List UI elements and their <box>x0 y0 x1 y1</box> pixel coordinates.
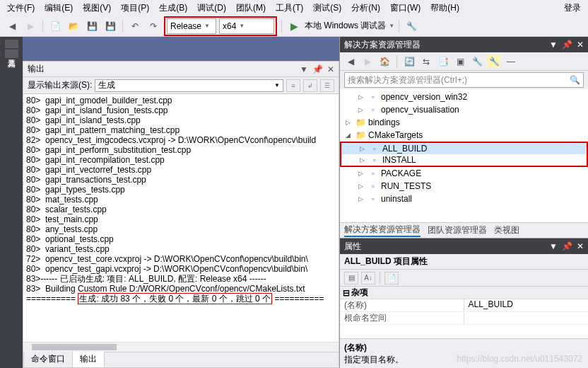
chevron-down-icon[interactable]: ▼ <box>389 23 394 29</box>
tool-icon[interactable]: 🔧 <box>404 18 419 34</box>
tree-item[interactable]: ▷▫INSTALL <box>340 154 588 167</box>
expander-icon[interactable]: ▷ <box>346 119 353 126</box>
tree-item[interactable]: ▷▫opencv_visualisation <box>340 103 588 116</box>
output-line: 80> gapi_int_vectorref_tests.cpp <box>26 165 336 175</box>
output-source-label: 显示输出来源(S): <box>28 79 92 91</box>
property-category[interactable]: ⊟杂项 <box>340 287 588 299</box>
output-line: 80> gapi_types_tests.cpp <box>26 185 336 195</box>
tree-item[interactable]: ▷📁bindings <box>340 116 588 129</box>
menu-item[interactable]: 文件(F) <box>3 1 39 16</box>
collapse-icon[interactable]: ▣ <box>454 55 466 68</box>
output-line: 80> gapi_int_gmodel_builder_test.cpp <box>26 96 336 105</box>
alpha-icon[interactable]: A↓ <box>361 272 375 284</box>
pin-icon[interactable]: 📌 <box>312 64 323 74</box>
output-text[interactable]: 80> gapi_int_gmodel_builder_test.cpp80> … <box>23 94 339 342</box>
tree-item[interactable]: ▷▫opencv_version_win32 <box>340 91 588 103</box>
bottom-tab[interactable]: 命令窗口 <box>23 350 73 367</box>
menu-item[interactable]: 项目(P) <box>117 1 153 16</box>
menu-item[interactable]: 工具(T) <box>271 1 307 16</box>
property-row[interactable]: (名称)ALL_BUILD <box>340 299 588 312</box>
redo-icon[interactable]: ↷ <box>146 18 161 34</box>
prop-value[interactable] <box>464 312 589 324</box>
expander-icon[interactable]: ▷ <box>358 106 365 113</box>
menu-item[interactable]: 分析(N) <box>347 1 384 16</box>
property-row[interactable]: 根命名空间 <box>340 312 588 325</box>
clear-output-icon[interactable]: ≡ <box>286 79 300 92</box>
menu-item[interactable]: 生成(B) <box>155 1 192 16</box>
output-source-dropdown[interactable]: 生成 ▼ <box>95 79 283 92</box>
prop-page-icon[interactable]: 📄 <box>384 272 399 284</box>
platform-dropdown[interactable]: x64▼ <box>219 18 274 34</box>
goto-icon[interactable]: ☰ <box>320 79 334 92</box>
expander-icon[interactable]: ▷ <box>360 156 367 163</box>
solution-tree[interactable]: ▷▫opencv_version_win32▷▫opencv_visualisa… <box>340 89 588 222</box>
side-tab[interactable]: 服务器资源管理器 <box>5 40 18 48</box>
tree-item[interactable]: ◢📁CMakeTargets <box>340 129 588 142</box>
pin-icon[interactable]: 📌 <box>562 241 572 251</box>
menu-item[interactable]: 帮助(H) <box>426 1 464 16</box>
solution-tab[interactable]: 解决方案资源管理器 <box>344 224 421 237</box>
back-icon[interactable]: ◀ <box>344 55 357 68</box>
expander-icon[interactable]: ▷ <box>358 93 365 100</box>
output-source-bar: 显示输出来源(S): 生成 ▼ ≡ ↲ ☰ <box>23 77 339 94</box>
categorized-icon[interactable]: ▤ <box>344 272 358 284</box>
output-line: 80> opencv_test_gapi.vcxproj -> D:\WORK\… <box>26 264 336 274</box>
expander-icon[interactable]: ▷ <box>360 145 367 152</box>
tree-item[interactable]: ▷▫ALL_BUILD <box>340 142 588 154</box>
menu-item[interactable]: 团队(M) <box>232 1 270 16</box>
wrench-icon[interactable]: 🔧 <box>488 55 500 68</box>
menu-item[interactable]: 视图(V) <box>78 1 115 16</box>
close-icon[interactable]: ✕ <box>327 64 334 74</box>
menu-item[interactable]: 编辑(E) <box>40 1 77 16</box>
close-icon[interactable]: ✕ <box>577 40 584 50</box>
open-icon[interactable]: 📂 <box>66 18 81 34</box>
nav-back-icon[interactable]: ◀ <box>4 18 20 34</box>
bottom-tab[interactable]: 输出 <box>72 350 105 367</box>
properties-icon[interactable]: 🔧 <box>471 55 483 68</box>
more-icon[interactable]: — <box>505 55 517 68</box>
tree-label: opencv_version_win32 <box>381 92 467 102</box>
tree-item[interactable]: ▷▫uninstall <box>340 192 588 205</box>
solution-tab[interactable]: 团队资源管理器 <box>428 224 487 236</box>
new-file-icon[interactable]: 📄 <box>47 18 63 34</box>
dropdown-icon[interactable]: ▼ <box>549 241 558 251</box>
menu-item[interactable]: 测试(S) <box>309 1 346 16</box>
main-toolbar: ◀ ▶ 📄 📂 💾 💾 ↶ ↷ Release▼ x64▼ ▶ 本地 Windo… <box>0 16 588 37</box>
save-all-icon[interactable]: 💾 <box>102 18 118 34</box>
properties-grid[interactable]: ⊟杂项 (名称)ALL_BUILD根命名空间 <box>340 287 588 338</box>
horizontal-scrollbar[interactable] <box>23 342 339 352</box>
save-icon[interactable]: 💾 <box>84 18 100 34</box>
show-all-icon[interactable]: 📑 <box>437 55 449 68</box>
solution-search[interactable]: 搜索解决方案资源管理器(Ctrl+;) 🔍 <box>344 72 584 88</box>
menu-item[interactable]: 调试(D) <box>193 1 230 16</box>
solution-tab[interactable]: 类视图 <box>494 224 519 236</box>
scrollbar-thumb[interactable] <box>32 344 117 350</box>
menu-item[interactable]: 登录 <box>560 1 585 16</box>
output-line: 80> optional_tests.cpp <box>26 234 336 244</box>
pin-icon[interactable]: 📌 <box>562 40 572 50</box>
prop-value[interactable]: ALL_BUILD <box>464 299 589 311</box>
output-line: 80> gapi_int_recompilation_test.cpp <box>26 155 336 165</box>
home-icon[interactable]: 🏠 <box>378 55 391 68</box>
expander-icon[interactable]: ▷ <box>358 183 365 190</box>
expander-icon[interactable]: ◢ <box>346 132 353 139</box>
side-tab[interactable]: 工具箱 <box>5 50 18 58</box>
expander-icon[interactable]: ▷ <box>358 170 365 177</box>
autohide-icon[interactable]: ▼ <box>300 64 308 74</box>
start-debug-icon[interactable]: ▶ <box>286 18 302 34</box>
refresh-icon[interactable]: 🔄 <box>403 55 416 68</box>
platform-value: x64 <box>223 21 236 31</box>
editor-area-collapsed <box>23 37 339 61</box>
undo-icon[interactable]: ↶ <box>127 18 143 34</box>
debugger-label[interactable]: 本地 Windows 调试器 <box>305 20 386 32</box>
close-icon[interactable]: ✕ <box>577 241 584 251</box>
dropdown-icon[interactable]: ▼ <box>549 40 558 50</box>
wrap-icon[interactable]: ↲ <box>303 79 317 92</box>
tree-item[interactable]: ▷▫PACKAGE <box>340 167 588 180</box>
expander-icon[interactable]: ▷ <box>358 195 365 202</box>
tree-item[interactable]: ▷▫RUN_TESTS <box>340 180 588 192</box>
config-value: Release <box>170 21 201 31</box>
config-dropdown[interactable]: Release▼ <box>167 18 216 34</box>
sync-icon[interactable]: ⇆ <box>420 55 433 68</box>
menu-item[interactable]: 窗口(W) <box>386 1 425 16</box>
